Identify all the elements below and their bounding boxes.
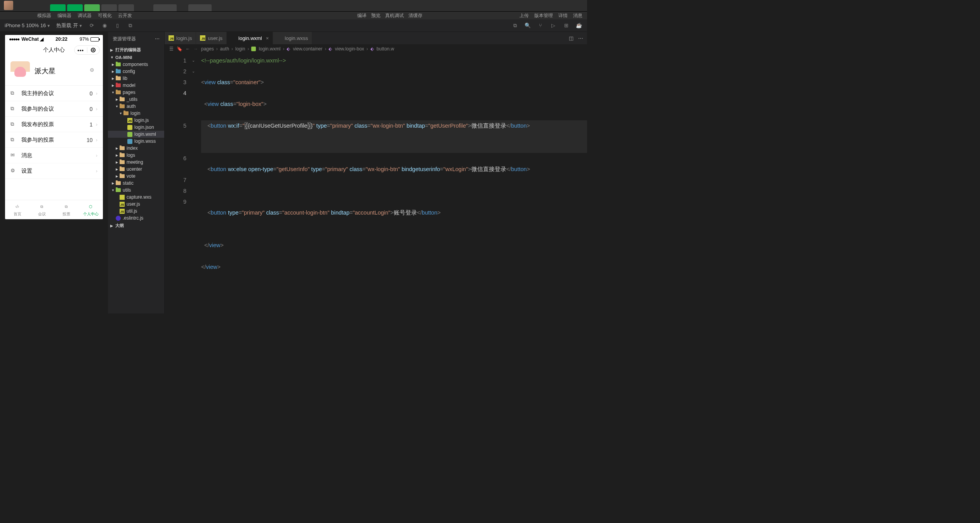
list-item[interactable]: ✉ 消息 › xyxy=(5,148,103,163)
device-debug-button[interactable]: 真机调试 xyxy=(385,12,404,19)
tree-item[interactable]: ▶ model xyxy=(108,82,164,89)
copy-icon[interactable]: ⧉ xyxy=(511,23,518,29)
tab-icon: ⧉ xyxy=(63,203,70,211)
phone-icon[interactable]: ▯ xyxy=(114,23,121,28)
section-opened-editors[interactable]: ▶打开的编辑器 xyxy=(108,46,164,54)
tab-label: login.wxml xyxy=(238,35,262,41)
bookmark-icon[interactable]: 🔖 xyxy=(177,46,182,52)
extensions-icon[interactable]: ⊞ xyxy=(563,23,570,28)
list-item[interactable]: ⧉ 我参与的投票 10 › xyxy=(5,132,103,148)
editor-tab[interactable]: JSlogin.js xyxy=(165,32,196,44)
preview-button[interactable]: 预览 xyxy=(371,12,381,19)
editor-tab[interactable]: JSuser.js xyxy=(196,32,227,44)
list-item[interactable]: ⧉ 我参与的会议 0 › xyxy=(5,101,103,117)
pill[interactable] xyxy=(188,4,212,11)
tab-cloud[interactable]: 云开发 xyxy=(115,12,135,19)
tree-item[interactable]: login.wxml xyxy=(108,131,164,138)
tree-item[interactable]: ▶ static xyxy=(108,180,164,187)
back-icon[interactable]: ← xyxy=(186,46,190,52)
close-icon[interactable]: × xyxy=(266,35,269,41)
editor-area: JSlogin.jsJSuser.jslogin.wxml×login.wxss… xyxy=(165,32,587,313)
tab-1[interactable]: ⧉ 会议 xyxy=(30,200,54,219)
editor-tab[interactable]: login.wxml× xyxy=(227,32,273,44)
user-avatar[interactable] xyxy=(4,1,13,10)
tree-item[interactable]: login.wxss xyxy=(108,138,164,145)
pill[interactable] xyxy=(84,4,100,11)
profile-row[interactable]: 派大星 ⚙ xyxy=(5,57,103,85)
tab-0[interactable]: ‹/› 首页 xyxy=(5,200,30,219)
more-icon[interactable]: ⋯ xyxy=(155,36,160,42)
section-outline[interactable]: ▶大纲 xyxy=(108,222,164,230)
list-item[interactable]: ⧉ 我主持的会议 0 › xyxy=(5,86,103,101)
list-icon[interactable]: ☰ xyxy=(169,46,174,52)
tree-item[interactable]: ▶ _utils xyxy=(108,96,164,103)
tree-item[interactable]: JS login.js xyxy=(108,117,164,124)
pill[interactable] xyxy=(153,4,177,11)
gear-icon[interactable]: ⚙ xyxy=(90,67,97,75)
capsule-button[interactable]: ••• xyxy=(74,45,100,55)
split-icon[interactable]: ◫ xyxy=(569,35,573,41)
hot-reload-toggle[interactable]: 热重载 开▼ xyxy=(56,22,83,29)
refresh-icon[interactable]: ⟳ xyxy=(89,23,96,28)
branch-icon[interactable]: ⑂ xyxy=(537,23,544,28)
tree-item[interactable]: ▶ vote xyxy=(108,173,164,180)
details-button[interactable]: 详情 xyxy=(558,12,568,19)
tab-2[interactable]: ⧉ 投票 xyxy=(54,200,78,219)
menu-icon[interactable]: ••• xyxy=(77,47,84,53)
file-icon xyxy=(127,125,133,130)
tree-item[interactable]: JS user.js xyxy=(108,201,164,208)
tree-item[interactable]: ▼ login xyxy=(108,110,164,117)
windows-icon[interactable]: ⧉ xyxy=(127,23,134,29)
pill[interactable] xyxy=(67,4,83,11)
messages-button[interactable]: 消息 xyxy=(573,12,582,19)
tab-3[interactable]: ⬡ 个人中心 xyxy=(78,200,103,219)
pill[interactable] xyxy=(50,4,66,11)
version-button[interactable]: 版本管理 xyxy=(534,12,553,19)
tree-item[interactable]: ▶ logs xyxy=(108,152,164,159)
breadcrumb-item[interactable]: pages xyxy=(201,46,214,52)
tab-visual[interactable]: 可视化 xyxy=(95,12,115,19)
more-icon[interactable]: ⋯ xyxy=(578,35,583,41)
search-icon[interactable]: 🔍 xyxy=(524,23,531,28)
tree-item[interactable]: ▶ ucenter xyxy=(108,166,164,173)
breadcrumb-item[interactable]: login.wxml xyxy=(251,46,280,52)
tree-item[interactable]: ▼ pages xyxy=(108,89,164,96)
breadcrumb-item[interactable]: login xyxy=(235,46,245,52)
pill[interactable] xyxy=(101,4,117,11)
tree-item[interactable]: ▶ index xyxy=(108,145,164,152)
cup-icon[interactable]: ☕ xyxy=(575,23,582,28)
tab-editor[interactable]: 编辑器 xyxy=(54,12,75,19)
tree-item[interactable]: JS util.js xyxy=(108,208,164,215)
code-editor[interactable]: 123456789 ⌄⌄ <!--pages/auth/login/login.… xyxy=(165,54,587,313)
compile-button[interactable]: 编译 xyxy=(357,12,367,19)
tree-item[interactable]: capture.wxs xyxy=(108,194,164,201)
pill[interactable] xyxy=(118,4,134,11)
page-title: 个人中心 xyxy=(43,47,65,54)
editor-tab[interactable]: login.wxss xyxy=(273,32,312,44)
tree-item[interactable]: ▶ meeting xyxy=(108,159,164,166)
breadcrumb-item[interactable]: ⬖view.login-box xyxy=(328,46,364,52)
forward-icon[interactable]: → xyxy=(193,46,198,52)
tree-item[interactable]: .eslintrc.js xyxy=(108,215,164,222)
list-item[interactable]: ⚙ 设置 › xyxy=(5,163,103,179)
tree-item[interactable]: ▼ utils xyxy=(108,187,164,194)
tree-item[interactable]: ▶ components xyxy=(108,61,164,68)
clear-cache-button[interactable]: 清缓存 xyxy=(408,12,422,19)
upload-button[interactable]: 上传 xyxy=(520,12,529,19)
breadcrumb-item[interactable]: ⬖view.container xyxy=(287,46,322,52)
close-icon[interactable] xyxy=(91,48,96,52)
tree-item[interactable]: ▼ auth xyxy=(108,103,164,110)
device-selector[interactable]: iPhone 5 100% 16▼ xyxy=(5,23,50,28)
tab-simulator[interactable]: 模拟器 xyxy=(34,12,54,19)
breadcrumb-item[interactable]: ⬖button.w xyxy=(370,46,394,52)
home-icon[interactable]: ◉ xyxy=(101,23,108,28)
tree-item[interactable]: ▶ config xyxy=(108,68,164,75)
debug-icon[interactable]: ▷ xyxy=(550,23,557,28)
tree-item[interactable]: ▶ lib xyxy=(108,75,164,82)
list-item[interactable]: ⧉ 我发布的投票 1 › xyxy=(5,117,103,132)
section-project[interactable]: ▼OA-MINI xyxy=(108,54,164,61)
tab-debugger[interactable]: 调试器 xyxy=(75,12,95,19)
breadcrumb-item[interactable]: auth xyxy=(220,46,229,52)
tree-item[interactable]: login.json xyxy=(108,124,164,131)
file-icon xyxy=(115,90,121,95)
